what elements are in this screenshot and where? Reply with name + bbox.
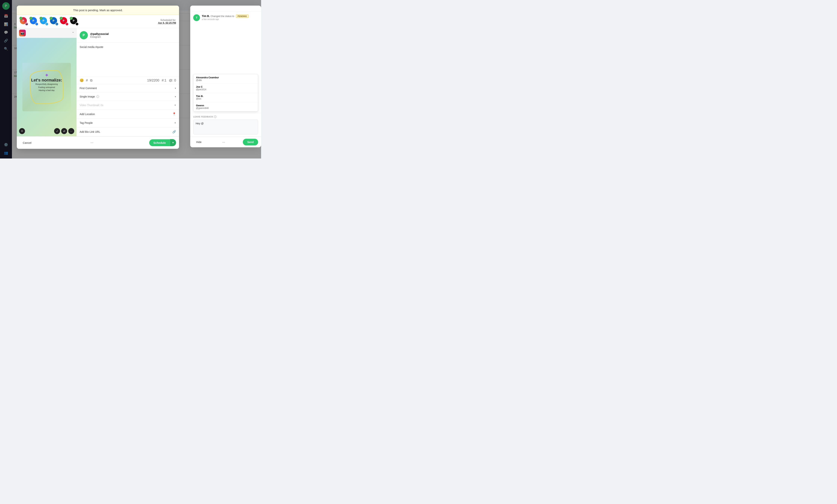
post-caption[interactable]: Social media #quote: [77, 42, 179, 77]
link-icon: 🔗: [172, 130, 176, 133]
feedback-footer: Hide ··· Send: [190, 137, 261, 147]
mention-name-3: Gwenn: [196, 104, 255, 107]
twitter-badge-icon: ✕: [45, 22, 49, 26]
add-image-button[interactable]: +: [19, 128, 25, 134]
platform-instagram[interactable]: P ✓ 📷: [20, 17, 28, 26]
activity-action-text: Changed the status to: [211, 15, 234, 18]
location-icon: 📍: [172, 112, 176, 116]
schedule-dropdown-button[interactable]: ▾: [170, 139, 176, 146]
platform-facebook[interactable]: P ✓ f: [30, 17, 38, 26]
first-comment-section[interactable]: First Comment ▾: [77, 84, 179, 92]
activity-avatar: T: [193, 14, 200, 21]
expand-button[interactable]: ⤢: [54, 128, 60, 134]
mention-handle-1: @joe1614: [196, 88, 255, 91]
add-location-label: Add Location: [79, 113, 95, 115]
swap-button[interactable]: ⇄: [61, 128, 67, 134]
single-image-section[interactable]: Single Image i ▾: [77, 92, 179, 101]
scheduled-for-date[interactable]: Apr 6, 02:25 PM: [158, 21, 176, 24]
fb-badge-icon: f: [35, 22, 38, 26]
feedback-text: Hey @: [196, 122, 204, 125]
platform-icons: P ✓ 📷 P ✓ f P ✓ ✕ P ✓ in: [20, 17, 79, 26]
add-bio-link-section[interactable]: Add Bio Link URL 🔗: [77, 127, 179, 136]
add-thumbnail-icon: +: [174, 104, 176, 107]
platform-selector: 📷 ⌃: [17, 28, 76, 38]
platform-tiktok[interactable]: P ✓ ♪: [70, 17, 79, 26]
platform-row: P ✓ 📷 P ✓ f P ✓ ✕ P ✓ in: [17, 15, 179, 28]
details-panel: P @pallyysocial Instagram Social media #…: [76, 28, 179, 136]
pending-banner: This post is pending. Mark as approved.: [17, 5, 179, 15]
caption-counts: 19/2200 #:1 @: 0: [147, 78, 176, 83]
video-thumbnail-section[interactable]: Video Thumbnail: 0s +: [77, 101, 179, 110]
mention-handle-2: @tim: [196, 97, 255, 100]
mention-item-2[interactable]: Tim B. @tim: [193, 93, 258, 102]
caption-toolbar: 😊 # ⧉ 19/2200 #:1 @: 0: [77, 77, 179, 84]
platform-pinterest[interactable]: P ✓ P: [60, 17, 69, 26]
check-badge-instagram: ✓: [19, 17, 22, 20]
more-options-button[interactable]: ···: [89, 139, 95, 146]
account-platform: Instagram: [90, 35, 109, 38]
feedback-more-button[interactable]: ···: [222, 140, 225, 144]
activity-item: T Tim B. Changed the status to PENDING a…: [190, 12, 261, 24]
leave-feedback-section: LEAVE FEEDBACK i Hey @: [190, 113, 261, 137]
mentions-dropdown: Alexandra Ceambur @alle Joe C @joe1614 T…: [193, 74, 258, 111]
star-decoration: ✦: [44, 72, 49, 78]
check-badge-facebook: ✓: [30, 17, 33, 20]
scheduled-for: Scheduled for: Apr 6, 02:25 PM: [158, 19, 176, 24]
add-people-icon: +: [174, 121, 176, 125]
hashtag-count: #:1: [162, 78, 166, 82]
tag-people-label: Tag People: [79, 121, 93, 124]
add-location-section[interactable]: Add Location 📍: [77, 110, 179, 119]
hashtag-button[interactable]: #: [86, 78, 88, 83]
scheduled-for-label: Scheduled for:: [158, 19, 176, 21]
more-options-image-button[interactable]: ···: [68, 128, 74, 134]
check-badge-pinterest: ✓: [60, 17, 63, 20]
modal-footer: Cancel ··· Schedule ▾: [17, 136, 179, 149]
hide-button[interactable]: Hide: [193, 139, 204, 145]
mention-handle-3: @gwenn848: [196, 107, 255, 109]
account-header: P @pallyysocial Instagram: [77, 28, 179, 42]
account-handle: @pallyysocial: [90, 32, 109, 35]
chevron-up-icon[interactable]: ⌃: [72, 31, 74, 35]
send-button[interactable]: Send: [243, 139, 258, 145]
leave-feedback-label: LEAVE FEEDBACK i: [193, 115, 258, 118]
pending-banner-text: This post is pending. Mark as approved.: [73, 8, 123, 12]
platform-linkedin[interactable]: P ✓ in: [50, 17, 58, 26]
info-icon: i: [96, 95, 99, 98]
mention-name-1: Joe C: [196, 85, 255, 88]
activity-content: Tim B. Changed the status to PENDING a f…: [202, 14, 258, 20]
cancel-button[interactable]: Cancel: [20, 140, 35, 146]
account-avatar: P: [79, 31, 88, 39]
copy-button[interactable]: ⧉: [90, 78, 92, 83]
pinterest-badge-icon: P: [65, 22, 69, 26]
mention-name-0: Alexandra Ceambur: [196, 76, 255, 79]
feedback-info-icon: i: [214, 115, 216, 118]
video-thumbnail-label: Video Thumbnail: 0s: [79, 104, 103, 107]
feedback-input[interactable]: Hey @: [193, 120, 258, 134]
tiktok-badge-icon: ♪: [75, 22, 79, 26]
first-comment-chevron: ▾: [175, 87, 176, 90]
image-controls: + ⤢ ⇄ ···: [19, 128, 74, 134]
schedule-button-group: Schedule ▾: [149, 139, 176, 146]
activity-panel: T Tim B. Changed the status to PENDING a…: [190, 5, 261, 147]
post-modal: This post is pending. Mark as approved. …: [17, 5, 179, 149]
account-info: @pallyysocial Instagram: [90, 32, 109, 38]
first-comment-label: First Comment: [79, 87, 97, 90]
check-badge-twitter: ✓: [39, 17, 42, 20]
instagram-platform-icon[interactable]: 📷: [19, 30, 26, 36]
activity-user: Tim B.: [202, 15, 210, 18]
platform-twitter[interactable]: P ✓ ✕: [40, 17, 49, 26]
post-body-text: Respectfully disagreeingFeeling uninspir…: [31, 83, 62, 92]
schedule-button[interactable]: Schedule: [149, 139, 170, 146]
check-badge-linkedin: ✓: [50, 17, 53, 20]
activity-time: a few seconds ago: [202, 18, 258, 20]
status-badge: PENDING: [236, 15, 249, 18]
mention-item-0[interactable]: Alexandra Ceambur @alle: [193, 74, 258, 84]
post-text-overlay: Let's normalize: Respectfully disagreein…: [31, 78, 62, 92]
mention-handle-0: @alle: [196, 79, 255, 82]
tag-people-section[interactable]: Tag People +: [77, 119, 179, 127]
mention-item-1[interactable]: Joe C @joe1614: [193, 84, 258, 93]
emoji-button[interactable]: 😊: [79, 78, 84, 83]
check-badge-tiktok: ✓: [70, 17, 73, 20]
mention-item-3[interactable]: Gwenn @gwenn848: [193, 102, 258, 111]
single-image-chevron: ▾: [175, 95, 176, 98]
